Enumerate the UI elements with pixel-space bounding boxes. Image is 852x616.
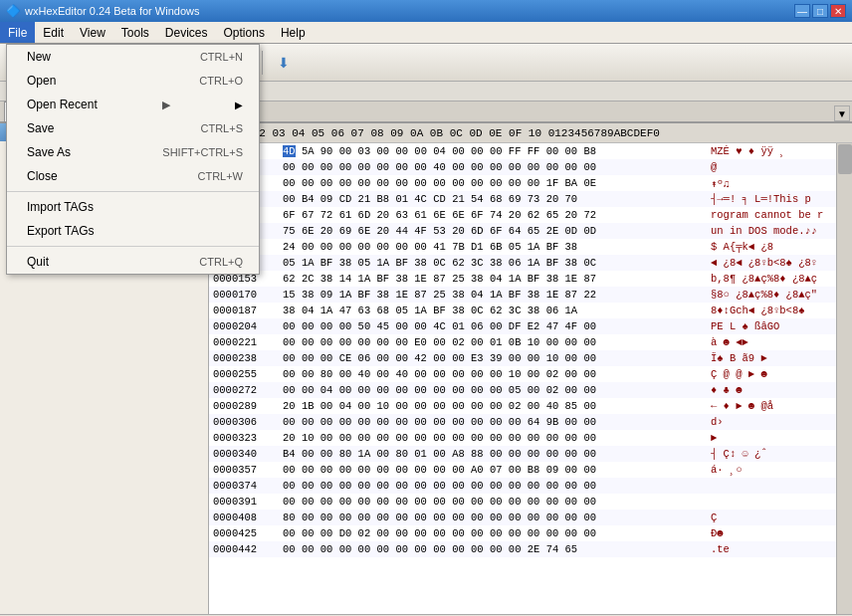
toolbar-download-button[interactable]: ⬇ xyxy=(268,48,300,78)
menu-save-as-shortcut: SHIFT+CTRL+S xyxy=(162,146,243,158)
hex-row[interactable]: 000039100 00 00 00 00 00 00 00 00 00 00 … xyxy=(209,494,836,510)
hex-ascii: rogram cannot be r xyxy=(707,209,836,221)
hex-row[interactable]: 000032320 10 00 00 00 00 00 00 00 00 00 … xyxy=(209,430,836,446)
hex-scrollbar-thumb[interactable] xyxy=(838,144,852,174)
hex-row[interactable]: 00000004D 5A 90 00 03 00 00 00 04 00 00 … xyxy=(209,143,836,159)
hex-row[interactable]: 000008675 6E 20 69 6E 20 44 4F 53 20 6D … xyxy=(209,223,836,239)
hex-bytes[interactable]: 00 00 00 00 00 00 00 00 40 00 00 00 00 0… xyxy=(283,161,707,173)
hex-bytes[interactable]: 00 00 00 00 00 00 00 00 00 00 A0 07 00 B… xyxy=(283,464,707,476)
menu-export-tags[interactable]: Export TAGs xyxy=(7,219,259,243)
menu-open-label: Open xyxy=(27,74,56,88)
hex-ascii: Ç @ @ ► ☻ xyxy=(707,368,836,380)
hex-ascii: ┤→═! ╕ L═!This p xyxy=(707,193,836,205)
hex-table[interactable]: 00000004D 5A 90 00 03 00 00 00 04 00 00 … xyxy=(209,143,836,614)
hex-row[interactable]: 000035700 00 00 00 00 00 00 00 00 00 A0 … xyxy=(209,462,836,478)
menu-open[interactable]: Open CTRL+O xyxy=(7,69,259,93)
hex-bytes[interactable]: 20 10 00 00 00 00 00 00 00 00 00 00 00 0… xyxy=(283,432,707,444)
hex-bytes[interactable]: 6F 67 72 61 6D 20 63 61 6E 6E 6F 74 20 6… xyxy=(283,209,707,221)
hex-bytes[interactable]: 00 00 00 00 00 00 00 00 00 00 00 00 00 0… xyxy=(283,177,707,189)
hex-editor-area: 00 01 02 03 04 05 06 07 08 09 0A 0B 0C 0… xyxy=(209,123,852,614)
tab-dropdown-button[interactable]: ▼ xyxy=(834,105,850,121)
hex-bytes[interactable]: 00 B4 09 CD 21 B8 01 4C CD 21 54 68 69 7… xyxy=(283,193,707,205)
hex-row[interactable]: 000030600 00 00 00 00 00 00 00 00 00 00 … xyxy=(209,414,836,430)
hex-scrollbar[interactable] xyxy=(836,143,852,614)
hex-bytes[interactable]: 00 00 00 00 00 00 00 00 00 00 00 00 00 2… xyxy=(283,543,707,555)
hex-row[interactable]: 000027200 00 04 00 00 00 00 00 00 00 00 … xyxy=(209,382,836,398)
hex-ascii: Î♠ B ã9 ► xyxy=(707,352,836,364)
hex-bytes[interactable]: 00 00 00 00 00 00 00 00 00 00 00 00 00 0… xyxy=(283,480,707,492)
menu-view[interactable]: View xyxy=(72,22,113,43)
hex-bytes[interactable]: 00 00 00 00 00 00 00 00 00 00 00 00 00 6… xyxy=(283,416,707,428)
menu-file[interactable]: File xyxy=(0,22,35,43)
menu-options[interactable]: Options xyxy=(216,22,273,43)
hex-bytes[interactable]: 24 00 00 00 00 00 00 00 41 7B D1 6B 05 1… xyxy=(283,241,707,253)
hex-ascii: §8○ ¿8▲ç%8♦ ¿8▲ç" xyxy=(707,289,836,301)
hex-bytes[interactable]: 00 00 00 00 50 45 00 00 4C 01 06 00 DF E… xyxy=(283,320,707,332)
hex-bytes[interactable]: 15 38 09 1A BF 38 1E 87 25 38 04 1A BF 3… xyxy=(283,289,707,301)
hex-row[interactable]: 000013605 1A BF 38 05 1A BF 38 0C 62 3C … xyxy=(209,255,836,271)
hex-bytes[interactable]: 00 00 04 00 00 00 00 00 00 00 00 00 05 0… xyxy=(283,384,707,396)
hex-row[interactable]: 000002200 00 00 00 00 00 00 00 00 00 00 … xyxy=(209,175,836,191)
hex-row[interactable]: 000020400 00 00 00 50 45 00 00 4C 01 06 … xyxy=(209,318,836,334)
hex-row[interactable]: 000040880 00 00 00 00 00 00 00 00 00 00 … xyxy=(209,510,836,525)
hex-bytes[interactable]: 00 00 00 00 00 00 00 E0 00 02 00 01 0B 1… xyxy=(283,336,707,348)
hex-row[interactable]: 000023800 00 00 CE 06 00 00 42 00 00 E3 … xyxy=(209,350,836,366)
hex-bytes[interactable]: 4D 5A 90 00 03 00 00 00 04 00 00 00 FF F… xyxy=(283,145,707,157)
close-button[interactable]: ✕ xyxy=(830,4,846,18)
menu-open-recent[interactable]: Open Recent ▶ xyxy=(7,93,259,116)
hex-row[interactable]: 000005100 B4 09 CD 21 B8 01 4C CD 21 54 … xyxy=(209,191,836,207)
hex-row[interactable]: 000001100 00 00 00 00 00 00 00 40 00 00 … xyxy=(209,159,836,175)
maximize-button[interactable]: □ xyxy=(812,4,828,18)
hex-bytes[interactable]: 00 00 00 00 00 00 00 00 00 00 00 00 00 0… xyxy=(283,496,707,508)
hex-offset: 0000425 xyxy=(209,527,283,539)
menu-devices[interactable]: Devices xyxy=(157,22,216,43)
hex-offset: 0000204 xyxy=(209,320,283,332)
menu-new[interactable]: New CTRL+N xyxy=(7,45,259,69)
hex-bytes[interactable]: B4 00 00 80 1A 00 80 01 00 A8 88 00 00 0… xyxy=(283,448,707,460)
menu-save-as-label: Save As xyxy=(27,145,71,159)
hex-row[interactable]: 000015362 2C 38 14 1A BF 38 1E 87 25 38 … xyxy=(209,271,836,287)
hex-bytes[interactable]: 00 00 00 D0 02 00 00 00 00 00 00 00 00 0… xyxy=(283,527,707,539)
hex-row[interactable]: 000044200 00 00 00 00 00 00 00 00 00 00 … xyxy=(209,541,836,557)
menu-tools[interactable]: Tools xyxy=(113,22,157,43)
hex-row[interactable]: 000022100 00 00 00 00 00 00 E0 00 02 00 … xyxy=(209,334,836,350)
hex-row[interactable]: 000010A24 00 00 00 00 00 00 00 41 7B D1 … xyxy=(209,239,836,255)
hex-bytes[interactable]: 80 00 00 00 00 00 00 00 00 00 00 00 00 0… xyxy=(283,512,707,523)
menu-quit[interactable]: Quit CTRL+Q xyxy=(7,250,259,274)
hex-row[interactable]: 00000686F 67 72 61 6D 20 63 61 6E 6E 6F … xyxy=(209,207,836,223)
hex-offset: 0000306 xyxy=(209,416,283,428)
hex-offset: 0000238 xyxy=(209,352,283,364)
hex-ascii: ► xyxy=(707,432,836,444)
hex-ascii: Ç xyxy=(707,512,836,523)
hex-bytes[interactable]: 00 00 00 CE 06 00 00 42 00 00 E3 39 00 0… xyxy=(283,352,707,364)
hex-bytes[interactable]: 20 1B 00 04 00 10 00 00 00 00 00 00 02 0… xyxy=(283,400,707,412)
hex-bytes[interactable]: 05 1A BF 38 05 1A BF 38 0C 62 3C 38 06 1… xyxy=(283,257,707,269)
hex-ascii: PE L ♠ ßâGO xyxy=(707,320,836,332)
menu-close-shortcut: CTRL+W xyxy=(197,170,243,182)
hex-bytes[interactable]: 62 2C 38 14 1A BF 38 1E 87 25 38 04 1A B… xyxy=(283,273,707,285)
menu-save[interactable]: Save CTRL+S xyxy=(7,116,259,140)
hex-offset: 0000408 xyxy=(209,512,283,523)
hex-row[interactable]: 000018738 04 1A 47 63 68 05 1A BF 38 0C … xyxy=(209,303,836,318)
hex-ascii: á· ¸○ xyxy=(707,464,836,476)
hex-row[interactable]: 0000340B4 00 00 80 1A 00 80 01 00 A8 88 … xyxy=(209,446,836,462)
hex-bytes[interactable]: 38 04 1A 47 63 68 05 1A BF 38 0C 62 3C 3… xyxy=(283,305,707,316)
hex-row[interactable]: 000017015 38 09 1A BF 38 1E 87 25 38 04 … xyxy=(209,287,836,303)
hex-row[interactable]: 000042500 00 00 D0 02 00 00 00 00 00 00 … xyxy=(209,525,836,541)
hex-offset: 0000272 xyxy=(209,384,283,396)
menu-save-as[interactable]: Save As SHIFT+CTRL+S xyxy=(7,140,259,164)
hex-offset: 0000221 xyxy=(209,336,283,348)
menu-edit[interactable]: Edit xyxy=(35,22,72,43)
hex-row[interactable]: 000025500 00 80 00 40 00 40 00 00 00 00 … xyxy=(209,366,836,382)
menu-new-shortcut: CTRL+N xyxy=(200,51,243,63)
menu-separator-1 xyxy=(7,191,259,192)
hex-row[interactable]: 000028920 1B 00 04 00 10 00 00 00 00 00 … xyxy=(209,398,836,414)
menu-help[interactable]: Help xyxy=(273,22,314,43)
file-dropdown-menu: New CTRL+N Open CTRL+O Open Recent ▶ Sav… xyxy=(6,44,260,275)
menu-import-tags[interactable]: Import TAGs xyxy=(7,195,259,219)
menu-close[interactable]: Close CTRL+W xyxy=(7,164,259,188)
minimize-button[interactable]: — xyxy=(794,4,810,18)
hex-bytes[interactable]: 75 6E 20 69 6E 20 44 4F 53 20 6D 6F 64 6… xyxy=(283,225,707,237)
hex-bytes[interactable]: 00 00 80 00 40 00 40 00 00 00 00 00 10 0… xyxy=(283,368,707,380)
hex-row[interactable]: 000037400 00 00 00 00 00 00 00 00 00 00 … xyxy=(209,478,836,494)
